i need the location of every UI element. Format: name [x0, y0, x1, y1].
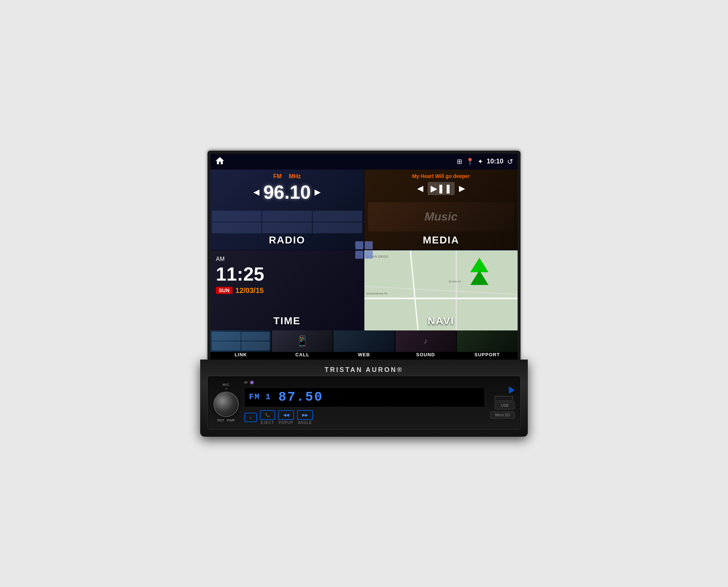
top-bar: ⊞ 📍 ✦ 10:10 ↺ — [210, 154, 518, 170]
settings-icon[interactable]: ⊞ — [457, 158, 462, 166]
pwr-label: PWR — [227, 419, 235, 422]
call-icon: 📞 — [265, 413, 270, 417]
radio-bars — [210, 211, 364, 233]
logo-sq1 — [355, 241, 363, 249]
media-prev-button[interactable]: ◀ — [417, 184, 423, 193]
radio-tile[interactable]: FM MHz ◀ 96.10 ▶ RADIO — [210, 170, 364, 250]
sound-thumb: ♪ — [395, 330, 456, 352]
angle-button[interactable]: ▶▶ — [297, 410, 313, 420]
brand-name: TRISTAN AURON® — [207, 363, 521, 376]
web-thumb — [333, 330, 394, 352]
home-front-icon: ⌂ — [249, 415, 252, 420]
home-button[interactable] — [215, 156, 225, 167]
navi-label: NAVI — [364, 315, 518, 327]
ir-dot — [250, 381, 253, 384]
media-thumb-text: Music — [424, 210, 458, 223]
top-right-icons: ⊞ 📍 ✦ 10:10 ↺ — [457, 157, 513, 166]
strip-tile-support[interactable]: SUPPORT — [457, 330, 518, 360]
play-button[interactable] — [509, 386, 515, 394]
screen: ⊞ 📍 ✦ 10:10 ↺ — [210, 154, 518, 360]
forward-icon: ▶▶ — [302, 413, 308, 417]
volume-knob[interactable] — [213, 392, 239, 417]
strip-web-label: WEB — [358, 352, 370, 357]
svg-text:W Ash St: W Ash St — [449, 280, 461, 283]
time-tile[interactable]: AM 11:25 SUN 12/03/15 TIME — [210, 250, 364, 330]
strip-tile-call[interactable]: 📱 CALL — [272, 330, 333, 360]
ir-label: IR — [244, 381, 248, 384]
usb-area: USB — [495, 396, 515, 409]
day-badge: SUN — [216, 287, 233, 294]
buttons-row: ⌂ 📞 EJECT ◀◀ POPUP — [244, 410, 485, 425]
radio-content: FM MHz ◀ 96.10 ▶ — [210, 173, 364, 203]
screen-bezel: ⊞ 📍 ✦ 10:10 ↺ — [207, 151, 521, 360]
media-title: My Heart Will go deeper — [368, 173, 514, 179]
strip-call-label: CALL — [295, 352, 309, 357]
bluetooth-icon[interactable]: ✦ — [478, 158, 483, 166]
strip-tile-web[interactable]: WEB — [333, 330, 394, 360]
main-grid: FM MHz ◀ 96.10 ▶ RADIO — [210, 170, 518, 330]
strip-tile-link[interactable]: LINK — [210, 330, 271, 360]
location-icon[interactable]: 📍 — [466, 158, 474, 166]
radio-prev-button[interactable]: ◀ — [253, 187, 260, 197]
media-play-button[interactable]: ▶❚❚ — [428, 182, 455, 195]
media-next-button[interactable]: ▶ — [459, 184, 465, 193]
mic-dot — [225, 388, 227, 389]
popup-label: POPUP — [279, 421, 293, 425]
navi-arrow2 — [470, 270, 488, 285]
navi-tile[interactable]: W SAN DIEGO Extraordinary Rv W Ash St — [364, 250, 518, 330]
time-clock: 11:25 — [216, 263, 358, 285]
media-content: My Heart Will go deeper ◀ ▶❚❚ ▶ — [368, 173, 514, 195]
date-text: 12/03/15 — [236, 286, 264, 295]
brand-text: TRISTAN AURON — [325, 366, 397, 373]
media-controls: ◀ ▶❚❚ ▶ — [368, 182, 514, 195]
knob-area: MIC RST PWR — [213, 383, 239, 422]
media-thumbnail: Music — [368, 202, 514, 231]
ir-row: IR — [244, 381, 485, 384]
front-panel: MIC RST PWR IR FM 1 87.50 — [207, 376, 521, 429]
display-area: IR FM 1 87.50 ⌂ 📞 — [244, 381, 485, 425]
strip-support-label: SUPPORT — [474, 352, 500, 357]
support-thumb — [457, 330, 518, 352]
led-fm-text: FM 1 — [249, 393, 271, 402]
eject-btn-group: 📞 EJECT — [260, 410, 275, 425]
radio-unit: MHz — [289, 173, 301, 180]
mic-label: MIC — [222, 383, 230, 386]
strip-link-label: LINK — [234, 352, 247, 357]
popup-btn-group: ◀◀ POPUP — [278, 410, 294, 425]
time-ampm: AM — [216, 256, 358, 262]
microsd-slot[interactable]: Micro SD — [490, 412, 515, 419]
link-thumb — [210, 330, 271, 352]
logo-sq2 — [365, 241, 373, 249]
svg-text:Extraordinary Rv: Extraordinary Rv — [366, 292, 388, 295]
eject-button[interactable]: 📞 — [260, 410, 275, 420]
led-freq-text: 87.50 — [278, 390, 323, 405]
home-btn-group: ⌂ — [244, 413, 257, 422]
led-display: FM 1 87.50 — [244, 387, 485, 407]
logo-sq3 — [355, 251, 363, 259]
date-row: SUN 12/03/15 — [216, 286, 358, 295]
microsd-label: Micro SD — [495, 413, 510, 417]
time-label: TIME — [210, 315, 364, 327]
radio-freq-row: ◀ 96.10 ▶ — [253, 181, 320, 203]
popup-button[interactable]: ◀◀ — [278, 410, 294, 420]
angle-label: ANGLE — [298, 421, 312, 425]
clock-display: 10:10 — [487, 158, 503, 165]
device-body: TRISTAN AURON® MIC RST PWR IR F — [200, 360, 528, 437]
radio-label: RADIO — [210, 234, 364, 246]
media-tile[interactable]: My Heart Will go deeper ◀ ▶❚❚ ▶ Music ME… — [364, 170, 518, 250]
radio-band-row: FM MHz — [273, 173, 301, 180]
usb-label: USB — [495, 402, 515, 409]
rewind-icon: ◀◀ — [283, 413, 289, 417]
brand-trademark: ® — [397, 366, 403, 373]
eject-label: EJECT — [261, 421, 274, 425]
strip-tile-sound[interactable]: ♪ SOUND — [395, 330, 456, 360]
home-front-button[interactable]: ⌂ — [244, 413, 257, 422]
strip-sound-label: SOUND — [416, 352, 435, 357]
back-button[interactable]: ↺ — [507, 157, 513, 166]
usb-port[interactable] — [495, 396, 513, 401]
device-wrapper: ⊞ 📍 ✦ 10:10 ↺ — [200, 151, 528, 437]
media-label: MEDIA — [364, 234, 518, 246]
radio-frequency: 96.10 — [263, 181, 310, 203]
radio-next-button[interactable]: ▶ — [314, 187, 321, 197]
right-side: USB Micro SD — [490, 386, 515, 419]
